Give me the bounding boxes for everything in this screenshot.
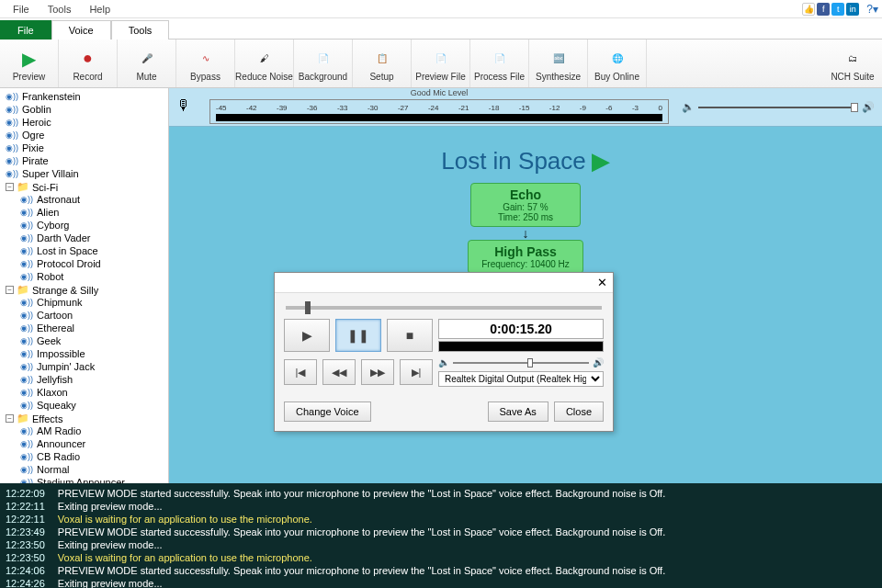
reduce-noise-button[interactable]: 🖌Reduce Noise	[235, 40, 294, 87]
player-volume-slider[interactable]: 🔈 🔊	[438, 357, 604, 368]
voice-icon: ◉))	[20, 463, 33, 476]
tree-item[interactable]: ◉))Pirate	[4, 154, 168, 167]
close-icon[interactable]: ✕	[597, 276, 607, 289]
tree-group-toggle[interactable]: −📁Strange & Silly	[4, 284, 168, 296]
meter-ticks: -45-42-39-36-33-30-27-24-21-18-15-12-9-6…	[216, 104, 662, 112]
tree-item[interactable]: ◉))Darth Vader	[18, 232, 168, 244]
tree-item[interactable]: ◉))AM Radio	[18, 424, 168, 437]
tree-item[interactable]: ◉))Robot	[18, 270, 168, 283]
seek-slider[interactable]	[286, 306, 602, 310]
bypass-button[interactable]: ∿Bypass	[176, 40, 235, 87]
player-dialog: ✕ ▶ ❚❚ ■ 0:00:15.20 |◀ ◀◀ ▶▶ ▶|	[274, 272, 614, 432]
log-row: 12:22:11Exiting preview mode...	[6, 500, 876, 513]
mute-button[interactable]: 🎤Mute	[118, 40, 176, 87]
tree-item[interactable]: ◉))Astronaut	[18, 193, 168, 206]
tree-item[interactable]: ◉))Lost in Space	[18, 244, 168, 257]
tree-item[interactable]: ◉))Ethereal	[18, 322, 168, 334]
voice-icon: ◉))	[20, 296, 33, 309]
tree-item[interactable]: ◉))Heroic	[4, 116, 168, 129]
menu-tools[interactable]: Tools	[39, 2, 81, 17]
help-dropdown-icon[interactable]: ?▾	[866, 3, 878, 16]
preview-file-icon: 📄	[430, 48, 452, 70]
collapse-icon: −	[6, 183, 14, 191]
pause-button[interactable]: ❚❚	[335, 319, 381, 352]
tree-item[interactable]: ◉))CB Radio	[18, 450, 168, 463]
tree-item[interactable]: ◉))Ogre	[4, 129, 168, 141]
log-row: 12:23:49PREVIEW MODE started successfull…	[6, 526, 876, 538]
preview-file-button[interactable]: 📄Preview File	[412, 40, 470, 87]
stop-button[interactable]: ■	[387, 319, 433, 352]
rewind-button[interactable]: ◀◀	[322, 359, 356, 385]
menu-help[interactable]: Help	[80, 2, 119, 17]
skip-forward-button[interactable]: ▶|	[400, 359, 433, 385]
tree-group-toggle[interactable]: −📁Sci-Fi	[4, 181, 168, 193]
like-icon[interactable]: 👍	[802, 3, 815, 16]
save-as-button[interactable]: Save As	[488, 401, 548, 422]
voice-play-icon[interactable]: ▶	[592, 147, 610, 175]
play-button[interactable]: ▶	[284, 319, 330, 352]
collapse-icon: −	[6, 286, 14, 294]
tree-item[interactable]: ◉))Jumpin' Jack	[18, 360, 168, 373]
skip-back-button[interactable]: |◀	[284, 359, 317, 385]
audio-device-select[interactable]: Realtek Digital Output (Realtek High Def…	[438, 371, 604, 387]
fast-forward-button[interactable]: ▶▶	[361, 359, 394, 385]
speaker-high-icon: 🔊	[593, 357, 604, 368]
synthesize-button[interactable]: 🔤Synthesize	[529, 40, 588, 87]
tree-item[interactable]: ◉))Pixie	[4, 141, 168, 154]
log-row: 12:22:11Voxal is waiting for an applicat…	[6, 513, 876, 526]
process-file-button[interactable]: 📄Process File	[470, 40, 529, 87]
tree-item[interactable]: ◉))Klaxon	[18, 386, 168, 399]
tree-item[interactable]: ◉))Super Villain	[4, 167, 168, 180]
voice-tree[interactable]: ◉))Frankenstein◉))Goblin◉))Heroic◉))Ogre…	[0, 88, 169, 483]
tree-item[interactable]: ◉))Cyborg	[18, 219, 168, 232]
tree-item[interactable]: ◉))Cartoon	[18, 309, 168, 322]
output-volume-slider[interactable]: 🔈 🔊	[682, 101, 875, 113]
voice-icon: ◉))	[20, 437, 33, 450]
tree-item[interactable]: ◉))Chipmunk	[18, 296, 168, 309]
tree-group-toggle[interactable]: −📁Effects	[4, 413, 168, 424]
tree-item[interactable]: ◉))Impossible	[18, 347, 168, 360]
ribbon-tabs: File Voice Tools	[0, 18, 882, 39]
voice-title: Lost in Space▶	[169, 147, 882, 175]
tree-item[interactable]: ◉))Goblin	[4, 103, 168, 116]
buy-online-button[interactable]: 🌐Buy Online	[588, 40, 647, 87]
voice-icon: ◉))	[6, 116, 18, 129]
tree-item[interactable]: ◉))Geek	[18, 334, 168, 347]
collapse-icon: −	[6, 414, 14, 423]
tree-item[interactable]: ◉))Normal	[18, 463, 168, 476]
close-button[interactable]: Close	[554, 401, 604, 422]
linkedin-icon[interactable]: in	[846, 3, 859, 16]
change-voice-button[interactable]: Change Voice	[284, 401, 371, 422]
progress-bar	[438, 341, 604, 352]
voice-icon: ◉))	[6, 154, 18, 167]
voice-icon: ◉))	[6, 167, 18, 180]
background-button[interactable]: 📄Background	[294, 40, 353, 87]
setup-button[interactable]: 📋Setup	[353, 40, 412, 87]
tree-item[interactable]: ◉))Protocol Droid	[18, 257, 168, 270]
effect-node[interactable]: High PassFrequency: 10400 Hz	[468, 240, 583, 274]
tree-item[interactable]: ◉))Jellyfish	[18, 373, 168, 386]
voice-icon: ◉))	[20, 450, 33, 463]
tree-item[interactable]: ◉))Announcer	[18, 437, 168, 450]
meter-bar	[216, 114, 662, 121]
effect-node[interactable]: EchoGain: 57 %Time: 250 ms	[470, 183, 581, 227]
voice-icon: ◉))	[20, 360, 33, 373]
facebook-icon[interactable]: f	[817, 3, 830, 16]
tab-file[interactable]: File	[0, 20, 51, 40]
menu-file[interactable]: File	[4, 2, 39, 17]
tab-tools[interactable]: Tools	[111, 20, 170, 40]
record-button[interactable]: ●Record	[59, 40, 118, 87]
speaker-mute-icon: 🔈	[682, 101, 695, 113]
voice-icon: ◉))	[6, 141, 18, 154]
nch-suite-button[interactable]: 🗂NCH Suite	[823, 40, 882, 87]
preview-button[interactable]: ▶Preview	[0, 40, 59, 87]
tab-voice[interactable]: Voice	[51, 20, 111, 40]
tree-item[interactable]: ◉))Stadium Announcer	[18, 476, 168, 483]
tree-item[interactable]: ◉))Frankenstein	[4, 90, 168, 103]
tree-item[interactable]: ◉))Squeaky	[18, 399, 168, 412]
tree-item[interactable]: ◉))Alien	[18, 206, 168, 219]
twitter-icon[interactable]: t	[831, 3, 844, 16]
voice-canvas: 🎙 Good Mic Level -45-42-39-36-33-30-27-2…	[169, 88, 882, 483]
dialog-title-bar[interactable]: ✕	[275, 273, 613, 293]
log-row: 12:24:06PREVIEW MODE started successfull…	[6, 564, 876, 577]
